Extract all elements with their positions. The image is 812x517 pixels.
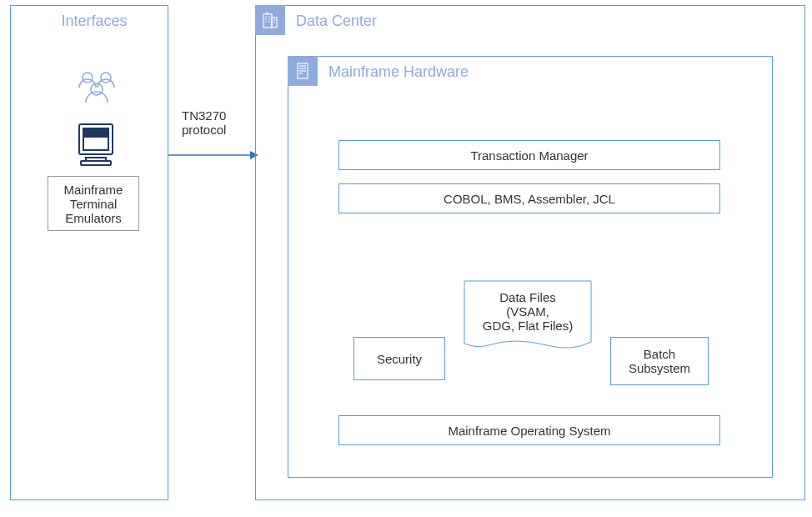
datacenter-icon-box <box>255 5 285 35</box>
hardware-panel: Mainframe Hardware Transaction Manager C… <box>288 56 773 478</box>
diagram-canvas: Interfaces Mainframe Terminal Emulators <box>0 0 812 517</box>
building-icon <box>261 11 279 29</box>
svg-rect-7 <box>81 161 111 165</box>
os-box: Mainframe Operating System <box>338 415 720 445</box>
tn3270-arrow <box>168 147 260 163</box>
data-files-label: Data Files (VSAM, GDG, Flat Files) <box>483 290 573 333</box>
data-files-box: Data Files (VSAM, GDG, Flat Files) <box>464 280 592 352</box>
languages-label: COBOL, BMS, Assembler, JCL <box>444 192 615 206</box>
interfaces-title: Interfaces <box>11 6 168 37</box>
emulators-box: Mainframe Terminal Emulators <box>48 176 139 231</box>
transaction-manager-label: Transaction Manager <box>470 148 588 163</box>
tn3270-label: TN3270 protocol <box>182 108 248 137</box>
transaction-manager-box: Transaction Manager <box>338 140 720 170</box>
terminal-icon <box>76 121 116 168</box>
batch-box: Batch Subsystem <box>610 337 709 385</box>
security-label: Security <box>377 352 422 366</box>
svg-rect-10 <box>263 14 272 28</box>
datacenter-panel: Data Center Mainframe Hardware Transacti… <box>255 5 805 500</box>
svg-rect-4 <box>83 128 108 135</box>
emulators-label: Mainframe Terminal Emulators <box>64 183 123 225</box>
hardware-icon-box <box>288 56 318 86</box>
svg-point-2 <box>91 83 103 95</box>
batch-label: Batch Subsystem <box>629 347 690 375</box>
os-label: Mainframe Operating System <box>448 424 610 438</box>
datacenter-title: Data Center <box>256 6 804 37</box>
security-box: Security <box>353 337 445 380</box>
svg-point-1 <box>101 73 111 83</box>
svg-point-0 <box>83 73 93 83</box>
server-icon <box>294 62 311 80</box>
hardware-title: Mainframe Hardware <box>288 57 772 88</box>
interfaces-panel: Interfaces Mainframe Terminal Emulators <box>10 5 168 500</box>
svg-rect-5 <box>83 137 108 150</box>
languages-box: COBOL, BMS, Assembler, JCL <box>338 183 720 213</box>
users-group-icon <box>73 69 121 109</box>
